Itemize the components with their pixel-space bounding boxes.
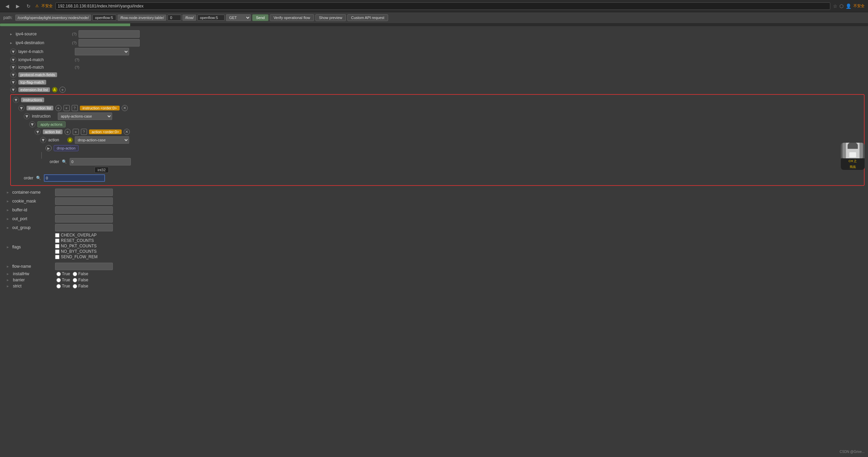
layer4-match-collapse[interactable]: ▼ <box>10 49 16 55</box>
menu-icon[interactable]: 不安全 <box>853 3 865 8</box>
barrier-false-radio[interactable] <box>73 278 77 282</box>
buffer-id-input[interactable] <box>55 206 113 214</box>
extension-icon[interactable]: ⬡ <box>839 3 844 9</box>
order-inner-magnify[interactable]: 🔍 <box>62 159 67 164</box>
instruction-close-button[interactable]: ✕ <box>122 105 128 111</box>
install-hw-false-radio[interactable] <box>73 272 77 276</box>
address-bar[interactable] <box>55 2 830 10</box>
action-list-info-button[interactable]: ? <box>81 129 87 135</box>
path-flow-id-input[interactable] <box>197 15 225 21</box>
instruction-list-collapse[interactable]: ▼ <box>18 105 24 111</box>
profile-icon[interactable]: 👤 <box>846 3 851 9</box>
star-icon[interactable]: ☆ <box>833 3 837 9</box>
tcp-flag-label: tcp-flag-match <box>18 80 46 85</box>
strict-arrow: ▸ <box>7 284 9 288</box>
action-list-list-button[interactable]: ≡ <box>73 129 79 135</box>
container-name-row: ▸ container-name <box>3 189 865 196</box>
tcp-flag-collapse[interactable]: ▼ <box>10 79 16 85</box>
send-flow-rem-checkbox[interactable] <box>55 255 59 259</box>
barrier-true-radio[interactable] <box>56 278 61 282</box>
strict-false-label[interactable]: False <box>73 284 88 288</box>
no-byt-counts-checkbox[interactable] <box>55 249 59 254</box>
icmpv6-help-icon[interactable]: (?) <box>75 65 79 69</box>
action-close-button[interactable]: ✕ <box>124 129 130 135</box>
instruction-select[interactable]: apply-actions-case <box>58 112 112 120</box>
drop-action-expand[interactable]: ▶ <box>46 145 52 151</box>
action-tag: action <order:0> <box>89 129 122 134</box>
ipv4-destination-input[interactable] <box>79 39 140 47</box>
install-hw-arrow: ▸ <box>7 271 9 276</box>
install-hw-true-radio[interactable] <box>56 272 61 276</box>
extension-list-collapse[interactable]: ▼ <box>10 87 16 93</box>
method-select[interactable]: GET PUT POST DELETE <box>226 14 251 21</box>
action-list-collapse[interactable]: ▼ <box>35 129 41 135</box>
path-node-input[interactable] <box>92 15 116 21</box>
buffer-id-row: ▸ buffer-id <box>3 206 865 214</box>
action-select[interactable]: drop-action-case <box>75 136 129 144</box>
install-hw-true-label[interactable]: True <box>56 271 70 276</box>
progress-bar-container <box>0 23 868 26</box>
path-table-id-input[interactable] <box>168 15 181 21</box>
layer4-match-select[interactable] <box>75 48 129 55</box>
order-outer-input[interactable] <box>44 174 105 182</box>
ipv4-dest-help-icon[interactable]: (?) <box>72 41 76 45</box>
check-overlap-checkbox[interactable] <box>55 233 59 238</box>
install-hw-false-label[interactable]: False <box>73 271 88 276</box>
cookie-mask-label: cookie_mask <box>12 199 53 204</box>
flow-name-label: flow-name <box>12 264 53 269</box>
icmpv4-help-icon[interactable]: (?) <box>75 58 79 62</box>
action-collapse[interactable]: ▼ <box>40 137 46 143</box>
strict-true-radio[interactable] <box>56 284 61 288</box>
instruction-list-add-button[interactable]: + <box>55 105 62 111</box>
icmpv6-match-row: ▼ icmpv6-match (?) <box>3 64 865 70</box>
extension-list-add-button[interactable]: + <box>59 87 66 93</box>
strict-true-label[interactable]: True <box>56 284 70 288</box>
apply-actions-collapse[interactable]: ▼ <box>29 121 35 127</box>
icmpv4-match-row: ▼ icmpv4-match (?) <box>3 57 865 63</box>
instructions-collapse[interactable]: ▼ <box>13 97 19 103</box>
reset-counts-checkbox[interactable] <box>55 239 59 243</box>
back-button[interactable]: ◀ <box>3 3 11 10</box>
order-inner-input[interactable] <box>70 158 131 165</box>
no-pkt-counts-checkbox[interactable] <box>55 244 59 248</box>
instruction-list-list-button[interactable]: ≡ <box>64 105 70 111</box>
ipv4-source-expand[interactable]: ▸ <box>10 32 12 36</box>
container-name-input[interactable] <box>55 189 113 196</box>
instruction-list-info-button[interactable]: ? <box>72 105 78 111</box>
cookie-mask-input[interactable] <box>55 197 113 205</box>
drop-action-label[interactable]: drop-action <box>54 145 79 151</box>
apply-actions-label: apply-actions <box>37 121 66 127</box>
action-list-add-button[interactable]: + <box>65 129 71 135</box>
forward-button[interactable]: ▶ <box>14 3 22 10</box>
order-outer-magnify[interactable]: 🔍 <box>36 176 41 180</box>
instruction-collapse[interactable]: ▼ <box>24 113 30 119</box>
action-row: ▼ action A drop-action-case <box>13 136 862 144</box>
cookie-mask-arrow: ▸ <box>7 199 9 204</box>
out-group-arrow: ▸ <box>7 225 9 230</box>
flow-name-input[interactable] <box>55 263 113 270</box>
custom-api-button[interactable]: Custom API request <box>347 14 388 21</box>
ipv4-source-input[interactable] <box>79 30 140 38</box>
out-port-input[interactable] <box>55 215 113 223</box>
protocol-match-collapse[interactable]: ▼ <box>10 72 16 78</box>
strict-row: ▸ strict True False <box>3 284 865 288</box>
ipv4-dest-expand[interactable]: ▸ <box>10 41 12 45</box>
out-group-input[interactable] <box>55 224 113 231</box>
strict-false-radio[interactable] <box>73 284 77 288</box>
ipv4-destination-label: ipv4-destination <box>16 40 70 45</box>
ipv4-source-help-icon[interactable]: (?) <box>72 32 76 36</box>
send-button[interactable]: Send <box>252 14 268 21</box>
avatar-overlay: CH 之 简战 <box>841 143 865 170</box>
verify-button[interactable]: Verify operational flow <box>270 14 314 21</box>
icmpv6-match-collapse[interactable]: ▼ <box>10 64 16 70</box>
preview-button[interactable]: Show preview <box>315 14 346 21</box>
refresh-button[interactable]: ↻ <box>24 3 33 10</box>
barrier-false-label[interactable]: False <box>73 278 88 282</box>
reset-counts-row: RESET_COUNTS <box>55 238 98 243</box>
barrier-true-label[interactable]: True <box>56 278 70 282</box>
lower-fields: ▸ container-name ▸ cookie_mask ▸ buffer-… <box>3 189 865 288</box>
icmpv4-match-collapse[interactable]: ▼ <box>10 57 16 63</box>
avatar-image <box>843 143 863 158</box>
avatar-text2: 简战 <box>841 164 865 170</box>
browser-icons: ☆ ⬡ 👤 不安全 <box>833 3 865 9</box>
